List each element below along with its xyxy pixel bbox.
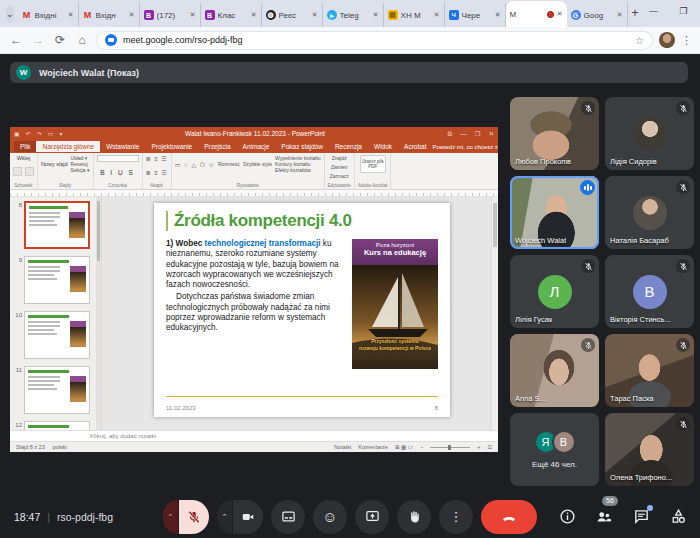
more-options-button[interactable]: ⋮	[439, 500, 473, 534]
undo-icon[interactable]: ↶	[26, 130, 31, 137]
slide-thumbnail[interactable]: 9	[12, 256, 99, 304]
font-name-box[interactable]	[97, 155, 139, 162]
camera-button[interactable]	[233, 500, 263, 534]
arrange-button[interactable]: Rozmieść	[218, 161, 240, 167]
tab-close-icon[interactable]: ✕	[68, 11, 74, 19]
camera-options-chevron[interactable]: ⌃	[217, 500, 232, 534]
thumbnail-scrollbar[interactable]	[96, 197, 101, 430]
status-comments-button[interactable]: Komentarze	[358, 444, 388, 450]
shapes-gallery[interactable]: ▭ ○ △ ⬠ ☆	[175, 161, 215, 168]
browser-tab[interactable]: MВхідн✕	[79, 3, 140, 27]
present-screen-button[interactable]	[355, 500, 389, 534]
slide-thumbnail[interactable]: 12	[12, 421, 99, 430]
window-minimize-button[interactable]: —	[639, 0, 669, 22]
select-button[interactable]: Zaznacz	[330, 173, 349, 179]
status-notes-button[interactable]: Notatki	[334, 444, 351, 450]
tell-me-field[interactable]: Powiedz mi, co chcesz zrobić...	[432, 144, 498, 150]
participant-tile[interactable]: Anna S...	[510, 334, 599, 407]
tab-close-icon[interactable]: ✕	[251, 11, 257, 19]
ppt-menu-tab[interactable]: Widok	[368, 141, 398, 152]
redo-icon[interactable]: ↷	[37, 130, 42, 137]
ppt-close-button[interactable]: ✕	[489, 130, 494, 138]
slide-area-scrollbar[interactable]	[491, 197, 498, 430]
ppt-menu-tab[interactable]: Animacje	[237, 141, 276, 152]
zoom-in-button[interactable]: +	[477, 444, 480, 450]
show-people-button[interactable]: 56	[594, 507, 614, 527]
participant-tile[interactable]: Wojciech Walat	[510, 176, 599, 249]
browser-tab[interactable]: GGoog✕	[567, 3, 628, 27]
status-language[interactable]: polski	[53, 444, 67, 450]
ppt-menu-tab[interactable]: Wstawianie	[100, 141, 145, 152]
ppt-minimize-button[interactable]: —	[460, 130, 467, 138]
copy-icon[interactable]	[25, 167, 34, 176]
ppt-notes-bar[interactable]: Kliknij, aby dodać notatki	[10, 430, 498, 441]
back-button[interactable]: ←	[8, 33, 24, 47]
ppt-menu-tab[interactable]: Acrobat	[398, 141, 432, 152]
tab-close-icon[interactable]: ✕	[190, 11, 196, 19]
align-buttons[interactable]: ≣ ≡ ☰	[146, 169, 168, 176]
ppt-display-icon[interactable]: ⧉	[448, 130, 453, 138]
zoom-slider[interactable]	[430, 447, 470, 448]
tab-search-icon[interactable]: ⌄	[6, 5, 14, 23]
new-tab-button[interactable]: +	[632, 3, 639, 23]
slide-thumbnail[interactable]: 11	[12, 366, 99, 414]
participant-tile[interactable]: Тарас Паска	[605, 334, 694, 407]
browser-tab[interactable]: MВхідні✕	[18, 3, 79, 27]
browser-tab[interactable]: ▤ХН М✕	[384, 3, 445, 27]
replace-button[interactable]: Zamień	[331, 164, 348, 170]
fit-slide-button[interactable]: ⊡	[487, 444, 492, 450]
bookmark-star-icon[interactable]: ☆	[635, 35, 644, 46]
browser-tab[interactable]: ▶M✕	[506, 1, 567, 27]
paste-button[interactable]: Wklej	[17, 155, 30, 161]
ppt-menu-tab[interactable]: Plik	[14, 141, 36, 152]
quick-styles-button[interactable]: Szybkie style	[243, 161, 272, 167]
participant-tile[interactable]: ВВікторія Стинсь...	[605, 255, 694, 328]
address-bar[interactable]: meet.google.com/rso-pddj-fbg ☆	[96, 31, 653, 50]
mic-muted-button[interactable]	[179, 500, 209, 534]
find-button[interactable]: Znajdź	[332, 155, 347, 161]
window-maximize-button[interactable]: ❐	[669, 0, 699, 22]
participant-tile[interactable]: Любов Прокопів	[510, 97, 599, 170]
reactions-button[interactable]: ☺	[313, 500, 347, 534]
chat-button[interactable]	[631, 507, 651, 527]
tab-close-icon[interactable]: ✕	[434, 11, 440, 19]
participant-tile[interactable]: Олена Трифоно...	[605, 413, 694, 486]
tab-close-icon[interactable]: ✕	[312, 11, 318, 19]
mic-options-chevron[interactable]: ⌃	[163, 500, 178, 534]
cut-icon[interactable]	[13, 167, 22, 176]
slide-thumbnail[interactable]: 10	[12, 311, 99, 359]
participant-tile[interactable]: Наталія Басараб	[605, 176, 694, 249]
browser-tab[interactable]: ◍Реєс✕	[262, 3, 323, 27]
participant-tile[interactable]: ЛЛілія Гусак	[510, 255, 599, 328]
captions-button[interactable]	[271, 500, 305, 534]
list-buttons[interactable]: ≣ ≡ ☰	[146, 155, 168, 162]
tab-close-icon[interactable]: ✕	[373, 11, 379, 19]
save-icon[interactable]: ▣	[14, 130, 20, 137]
participant-tile[interactable]: Лідія Сидорів	[605, 97, 694, 170]
font-style-buttons[interactable]: B I U S	[100, 169, 135, 176]
slideshow-icon[interactable]: ▭	[48, 130, 54, 137]
slide-thumbnail[interactable]: 8	[12, 201, 99, 249]
activities-button[interactable]	[668, 507, 688, 527]
browser-profile-avatar[interactable]	[659, 32, 675, 48]
new-slide-button[interactable]: Nowy slajd	[41, 161, 68, 167]
browser-tab[interactable]: B(172)✕	[140, 3, 201, 27]
zoom-out-button[interactable]: −	[420, 444, 423, 450]
slide-canvas[interactable]: Źródła kompetencji 4.0 1) Wobec technolo…	[154, 203, 450, 417]
reload-button[interactable]: ⟳	[52, 33, 68, 47]
browser-tab[interactable]: BКлас✕	[201, 3, 262, 27]
ppt-menu-tab[interactable]: Przejścia	[198, 141, 236, 152]
raise-hand-button[interactable]	[397, 500, 431, 534]
meeting-details-button[interactable]	[557, 507, 577, 527]
end-call-button[interactable]	[481, 500, 537, 534]
ppt-restore-button[interactable]: ❐	[475, 130, 481, 138]
forward-button[interactable]: →	[30, 33, 46, 47]
home-button[interactable]: ⌂	[74, 33, 90, 47]
tab-close-icon[interactable]: ✕	[617, 11, 623, 19]
tab-close-icon[interactable]: ✕	[129, 11, 135, 19]
more-participants-tile[interactable]: ЯВЕщё 46 чел.	[510, 413, 599, 486]
status-view-buttons[interactable]: ⊞ ▦ ▭	[395, 444, 413, 450]
shape-effects-button[interactable]: Efekty kształtów	[275, 167, 321, 173]
section-button[interactable]: Sekcja ▾	[71, 167, 90, 173]
browser-tab[interactable]: ЧЧере✕	[445, 3, 506, 27]
